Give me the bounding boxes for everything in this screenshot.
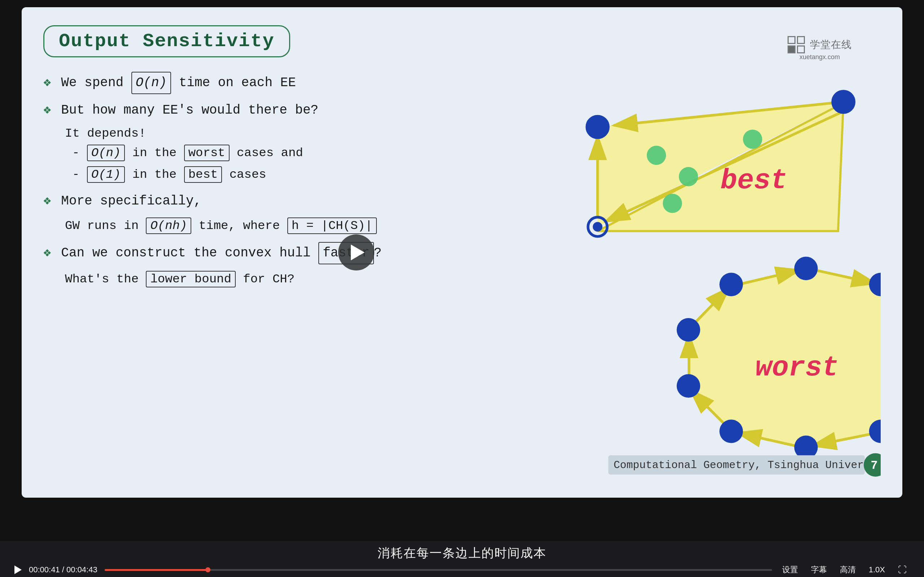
- onh-box: O(nh): [146, 218, 191, 234]
- progress-fill: [105, 569, 208, 571]
- diamond-icon-3: ❖: [43, 193, 51, 208]
- watermark: 学堂在线 xuetangx.com: [788, 36, 852, 61]
- slide-title-box: Output Sensitivity: [43, 25, 290, 57]
- video-area: Output Sensitivity ❖ We spend O(n) time …: [0, 0, 924, 541]
- slide-right: best: [507, 25, 881, 480]
- ch-box: h = |CH(S)|: [287, 218, 377, 234]
- svg-point-17: [663, 193, 682, 213]
- on-box: O(n): [131, 72, 171, 94]
- bullet-worst: - O(n) in the worst cases and: [72, 145, 492, 161]
- watermark-chinese: 学堂在线: [810, 38, 852, 52]
- bullet-4: ❖ Can we construct the convex hull faste…: [43, 242, 492, 264]
- bullet-3: ❖ More specifically,: [43, 192, 492, 211]
- play-icon-control[interactable]: [15, 566, 22, 574]
- svg-point-41: [801, 443, 811, 452]
- settings-button[interactable]: 设置: [779, 563, 801, 577]
- time-total: 00:04:43: [66, 565, 97, 574]
- speed-button[interactable]: 1.0X: [866, 564, 888, 576]
- bullet-3-sub: GW runs in O(nh) time, where h = |CH(S)|: [65, 218, 492, 234]
- o1-box: O(1): [87, 166, 125, 183]
- watermark-square-4: [797, 45, 805, 53]
- subtitle-text: 消耗在每一条边上的时间成本: [378, 546, 546, 560]
- bullet-2-sub: It depends!: [65, 127, 492, 140]
- time-current: 00:00:41: [29, 565, 60, 574]
- watermark-icon-group: [788, 36, 805, 53]
- svg-point-39: [677, 318, 700, 342]
- svg-point-10: [586, 115, 609, 139]
- svg-text:best: best: [720, 165, 787, 197]
- diamond-icon-2: ❖: [43, 103, 51, 118]
- svg-point-15: [678, 167, 698, 186]
- slide-title: Output Sensitivity: [59, 31, 275, 52]
- svg-text:Computational Geometry, Tsingh: Computational Geometry, Tsinghua Univers…: [614, 459, 881, 471]
- slide-left: Output Sensitivity ❖ We spend O(n) time …: [43, 25, 492, 480]
- diamond-icon-4: ❖: [43, 246, 51, 260]
- bottom-bar: 消耗在每一条边上的时间成本 00:00:41 / 00:04:43 设置 字幕 …: [0, 541, 924, 577]
- svg-point-11: [832, 90, 855, 114]
- worst-box: worst: [184, 145, 229, 161]
- controls-bar: 00:00:41 / 00:04:43 设置 字幕 高清 1.0X ⛶: [0, 563, 924, 577]
- svg-point-14: [647, 146, 666, 165]
- progress-track[interactable]: [105, 569, 772, 571]
- fullscreen-button[interactable]: ⛶: [895, 563, 909, 576]
- watermark-square-2: [797, 36, 805, 44]
- bullet-2: ❖ But how many EE's would there be?: [43, 101, 492, 120]
- svg-point-31: [794, 257, 817, 280]
- svg-point-13: [593, 222, 603, 232]
- svg-text:7: 7: [871, 459, 878, 472]
- svg-point-37: [719, 419, 743, 443]
- time-display: 00:00:41 / 00:04:43: [29, 565, 97, 574]
- captions-button[interactable]: 字幕: [808, 563, 830, 577]
- subtitle-bar: 消耗在每一条边上的时间成本: [0, 541, 924, 563]
- watermark-square-1: [788, 36, 795, 44]
- bullet-4-sub: What's the lower bound for CH?: [65, 271, 492, 287]
- time-separator: /: [62, 565, 66, 574]
- watermark-logo: 学堂在线: [788, 36, 852, 53]
- bullet-best: - O(1) in the best cases: [72, 166, 492, 183]
- watermark-square-3: [788, 45, 795, 53]
- on-box-2: O(n): [87, 145, 125, 161]
- svg-text:worst: worst: [755, 352, 838, 384]
- svg-point-30: [719, 272, 743, 296]
- watermark-url: xuetangx.com: [800, 53, 840, 61]
- progress-dot: [205, 567, 210, 572]
- best-box: best: [184, 166, 222, 183]
- hd-button[interactable]: 高清: [837, 563, 859, 577]
- diamond-icon-1: ❖: [43, 76, 51, 90]
- lower-bound-box: lower bound: [146, 271, 235, 287]
- svg-point-16: [743, 129, 762, 148]
- bullet-1: ❖ We spend O(n) time on each EE: [43, 72, 492, 94]
- slide-content: Output Sensitivity ❖ We spend O(n) time …: [22, 7, 902, 498]
- svg-point-38: [677, 374, 700, 398]
- play-button[interactable]: [338, 234, 374, 271]
- diagram-svg: best: [507, 25, 881, 480]
